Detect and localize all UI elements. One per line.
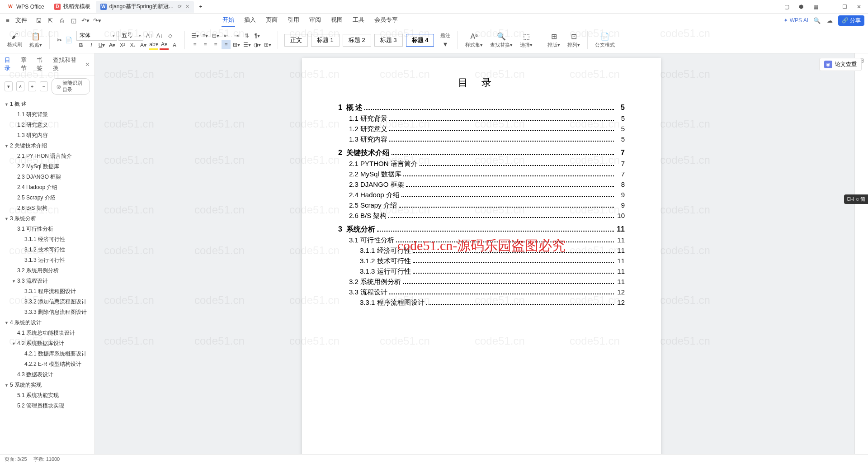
save-icon[interactable]: 🖫: [34, 16, 42, 24]
app-tab-document[interactable]: Wdjango基于Spring的新冠…⟳✕: [96, 1, 194, 13]
underline-icon[interactable]: U▾: [97, 41, 106, 50]
print-icon[interactable]: ⎙: [58, 16, 66, 24]
ribbon-tab-4[interactable]: 审阅: [308, 14, 322, 27]
app-tab-wps[interactable]: WWPS Office: [3, 1, 49, 13]
outline-item[interactable]: ▼2 关键技术介绍: [0, 141, 94, 151]
increase-indent-icon[interactable]: ⇥: [232, 31, 241, 40]
outline-item[interactable]: 2.3 DJANGO 框架: [0, 172, 94, 182]
outline-add-icon[interactable]: +: [28, 81, 36, 91]
cut-icon[interactable]: ✂: [55, 36, 63, 44]
outline-item[interactable]: ▼1 概 述: [0, 99, 94, 109]
char-shading-icon[interactable]: A: [170, 41, 179, 50]
outline-item[interactable]: 2.1 PYTHON 语言简介: [0, 151, 94, 161]
style-3[interactable]: 标题 3: [374, 34, 403, 47]
align-center-icon[interactable]: ≡: [201, 40, 210, 49]
multi-level-icon[interactable]: ⊟▾: [211, 31, 220, 40]
outline-collapse-icon[interactable]: ▾: [5, 81, 13, 91]
outline-item[interactable]: 4.3 数据表设计: [0, 369, 94, 380]
outline-item[interactable]: 3.1.1 经济可行性: [0, 234, 94, 245]
outline-item[interactable]: 4.2.1 数据库系统概要设计: [0, 349, 94, 359]
outline-item[interactable]: ▼4.2 系统数据库设计: [0, 338, 94, 349]
style-4[interactable]: 标题 4: [406, 34, 434, 47]
border-icon[interactable]: ⊞▾: [263, 40, 272, 49]
outline-item[interactable]: 4.1 系统总功能模块设计: [0, 328, 94, 338]
undo-icon[interactable]: ↶▾: [81, 16, 90, 24]
copy-icon[interactable]: 📄: [65, 36, 73, 44]
ribbon-tab-5[interactable]: 视图: [330, 14, 344, 27]
app-tab-templates[interactable]: D找稻壳模板: [50, 1, 95, 13]
outline-up-icon[interactable]: ∧: [16, 81, 24, 91]
style-0[interactable]: 正文: [284, 34, 308, 47]
caption-button[interactable]: 题注▾: [439, 32, 452, 48]
ribbon-tab-2[interactable]: 页面: [265, 14, 278, 27]
outline-item[interactable]: ▼3.3 流程设计: [0, 276, 94, 286]
close-icon[interactable]: ✕: [853, 2, 865, 12]
hamburger-icon[interactable]: ≡: [4, 16, 12, 24]
outline-item[interactable]: 4.2.2 E-R 模型结构设计: [0, 359, 94, 369]
strikethrough-icon[interactable]: A̶▾: [108, 41, 117, 50]
panel-tab-3[interactable]: 查找和替换: [53, 56, 80, 72]
format-painter[interactable]: 🖌格式刷: [5, 32, 24, 48]
outline-item[interactable]: 3.1.3 运行可行性: [0, 255, 94, 265]
export-icon[interactable]: ⇱: [46, 16, 54, 24]
font-size-select[interactable]: 五号: [118, 31, 143, 41]
ribbon-tab-7[interactable]: 会员专享: [373, 14, 399, 27]
panel-tab-2[interactable]: 书签: [37, 56, 47, 72]
ribbon-tab-3[interactable]: 引用: [287, 14, 300, 27]
outline-item[interactable]: 2.2 MySql 数据库: [0, 161, 94, 172]
outline-item[interactable]: 1.3 研究内容: [0, 130, 94, 141]
arrange-button[interactable]: ⊡排列▾: [566, 32, 582, 48]
superscript-icon[interactable]: X²: [118, 41, 127, 50]
show-marks-icon[interactable]: ¶▾: [253, 31, 262, 40]
line-spacing-icon[interactable]: ☰▾: [242, 40, 251, 49]
outline-item[interactable]: 5.1 系统功能实现: [0, 390, 94, 401]
file-menu[interactable]: 文件: [15, 16, 27, 24]
win-icon-1[interactable]: ▢: [780, 2, 793, 12]
share-button[interactable]: 🔗 分享: [838, 15, 864, 26]
tab-close-icon[interactable]: ✕: [185, 4, 189, 9]
style-2[interactable]: 标题 2: [343, 34, 371, 47]
distribute-icon[interactable]: ⊞▾: [232, 40, 241, 49]
subscript-icon[interactable]: X₂: [128, 41, 137, 50]
align-left-icon[interactable]: ≡: [190, 40, 199, 49]
ribbon-tab-1[interactable]: 插入: [243, 14, 257, 27]
outline-item[interactable]: 3.2 系统用例分析: [0, 265, 94, 276]
font-family-select[interactable]: 宋体: [76, 31, 117, 41]
sort-icon[interactable]: ⇅: [242, 31, 251, 40]
style-1[interactable]: 标题 1: [311, 34, 340, 47]
outline-item[interactable]: 3.3.1 程序流程图设计: [0, 286, 94, 297]
wps-ai-button[interactable]: ✦ WPS AI: [783, 17, 808, 24]
outline-remove-icon[interactable]: −: [40, 81, 48, 91]
panel-tab-1[interactable]: 章节: [21, 56, 32, 72]
outline-item[interactable]: ▼3 系统分析: [0, 213, 94, 224]
paste-button[interactable]: 📋粘贴▾: [28, 32, 44, 48]
minimize-icon[interactable]: —: [824, 2, 836, 12]
bullet-list-icon[interactable]: ☰▾: [190, 31, 199, 40]
tab-sync-icon[interactable]: ⟳: [178, 4, 182, 9]
font-color-icon[interactable]: A▾: [160, 41, 169, 50]
highlight-icon[interactable]: ab▾: [149, 41, 158, 50]
ime-badge[interactable]: CH ♫ 简: [844, 194, 868, 204]
doc-mode-button[interactable]: 📄公文模式: [593, 32, 617, 48]
outline-item[interactable]: 2.4 Hadoop 介绍: [0, 182, 94, 193]
preview-icon[interactable]: ◲: [70, 16, 78, 24]
outline-item[interactable]: 1.1 研究背景: [0, 109, 94, 120]
text-effect-icon[interactable]: A▾: [139, 41, 148, 50]
outline-item[interactable]: 3.1.2 技术可行性: [0, 245, 94, 255]
italic-icon[interactable]: I: [87, 41, 96, 50]
bold-icon[interactable]: B: [76, 41, 85, 50]
outline-item[interactable]: 1.2 研究意义: [0, 120, 94, 130]
align-right-icon[interactable]: ≡: [211, 40, 220, 49]
ribbon-tab-6[interactable]: 工具: [352, 14, 365, 27]
decrease-indent-icon[interactable]: ⇤: [222, 31, 231, 40]
number-list-icon[interactable]: ≡▾: [201, 31, 210, 40]
outline-item[interactable]: 3.3.2 添加信息流程图设计: [0, 297, 94, 307]
maximize-icon[interactable]: ☐: [838, 2, 851, 12]
style-set-button[interactable]: Aᵃ样式集▾: [463, 32, 485, 48]
smart-detect-button[interactable]: ◎ 智能识别目录: [52, 78, 90, 95]
cloud-icon[interactable]: ☁: [826, 16, 834, 24]
layout-button[interactable]: ⊞排版▾: [546, 32, 562, 48]
clear-format-icon[interactable]: ◇: [165, 31, 175, 40]
search-icon[interactable]: 🔍: [813, 16, 821, 24]
find-replace-button[interactable]: 🔍查找替换▾: [488, 32, 514, 48]
